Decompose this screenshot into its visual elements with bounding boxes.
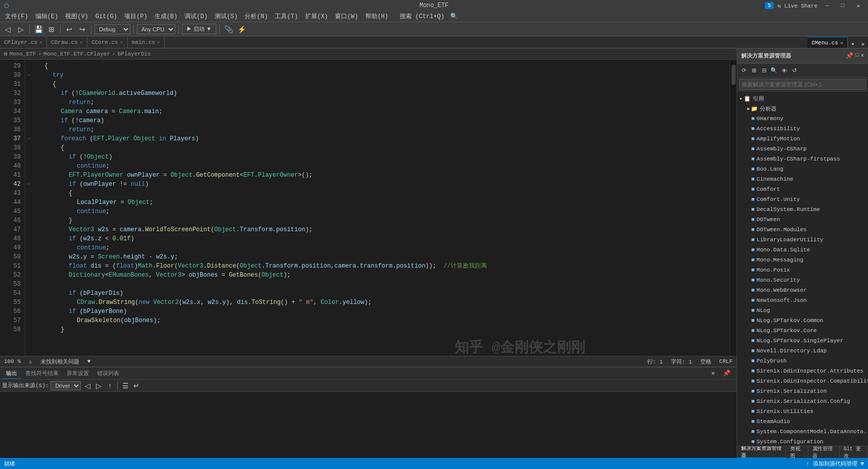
tree-sirenix-serial[interactable]: ■ Sirenix.Serialization xyxy=(737,386,868,396)
ci-30[interactable]: − xyxy=(25,71,32,80)
debug-config-dropdown[interactable]: Debug Release xyxy=(94,24,130,34)
tree-mono-posix[interactable]: ■ Mono.Posix xyxy=(737,265,868,275)
code-minimap[interactable] xyxy=(730,60,737,356)
menu-file[interactable]: 文件(F) xyxy=(2,11,31,22)
tree-0harmony[interactable]: ■ 0Harmony xyxy=(737,114,868,124)
search-input[interactable] xyxy=(739,79,866,90)
tree-steamaudio[interactable]: ■ SteamAudio xyxy=(737,416,868,427)
tree-amplifymotion[interactable]: ■ AmplifyMotion xyxy=(737,134,868,144)
menu-edit[interactable]: 编辑(E) xyxy=(32,11,62,22)
tree-polybrush[interactable]: ■ Polybrush xyxy=(737,356,868,366)
tab-solution-explorer[interactable]: 解决方案资源管理器 xyxy=(737,446,786,458)
tree-nlog[interactable]: ■ NLog xyxy=(737,305,868,316)
tree-assembly-csharp[interactable]: ■ Assembly-CSharp xyxy=(737,144,868,154)
tab-cdraw-close[interactable]: ✕ xyxy=(80,39,83,45)
tab-overflow-btn[interactable]: ▾ xyxy=(848,40,858,48)
menu-window[interactable]: 窗口(W) xyxy=(332,11,361,22)
output-tab-exception[interactable]: 异常设置 xyxy=(63,369,93,378)
tree-nlog-single[interactable]: ■ NLog.SPTarkov.SinglePlayer xyxy=(737,336,868,346)
menu-search[interactable]: 搜索 (Ctrl+Q) xyxy=(397,11,448,22)
expand-btn[interactable]: ⊞ xyxy=(749,66,758,75)
tab-cmenu[interactable]: CMenu.cs ✕ xyxy=(807,37,848,48)
tab-main[interactable]: main.cs ✕ xyxy=(128,37,165,48)
output-btn-1[interactable]: ◁ xyxy=(83,381,92,390)
tree-libloader[interactable]: ■ LibraryLoaderUtility xyxy=(737,235,868,245)
tab-cplayer[interactable]: CPlayer.cs ✕ xyxy=(0,37,47,48)
live-share-btn[interactable]: ⇆ Live Share xyxy=(778,3,817,9)
close-panel-btn[interactable]: ✕ xyxy=(860,52,864,60)
menu-debug[interactable]: 调试(D) xyxy=(181,11,211,22)
filter-tree-btn[interactable]: 🔍 xyxy=(769,66,779,75)
maximize-btn[interactable]: □ xyxy=(837,3,849,9)
output-pin-btn[interactable]: 📌 xyxy=(719,370,735,377)
notification-count[interactable]: 5 xyxy=(765,2,774,9)
menu-git[interactable]: Git(G) xyxy=(92,12,120,21)
tree-mono-webbrowser[interactable]: ■ Mono.WebBrowser xyxy=(737,285,868,295)
tab-cplayer-close[interactable]: ✕ xyxy=(39,39,42,45)
tree-comfort[interactable]: ■ Comfort xyxy=(737,184,868,194)
tree-dotween-modules[interactable]: ■ DOTween.Modules xyxy=(737,225,868,235)
tree-system-config[interactable]: ■ System.Configuration xyxy=(737,437,868,446)
filter-icon[interactable]: ▼ xyxy=(87,358,91,364)
tree-root[interactable]: ▾ 📋 引用 xyxy=(737,93,868,103)
cpu-dropdown[interactable]: Any CPU xyxy=(137,24,175,34)
tree-sirenix-util[interactable]: ■ Sirenix.Utilities xyxy=(737,406,868,416)
tab-property-manager[interactable]: 属性管理器 xyxy=(808,446,840,458)
save-all-btn[interactable]: ⊞ xyxy=(46,24,57,35)
tree-cinemachine[interactable]: ■ Cinemachine xyxy=(737,174,868,184)
tree-newtonsoft[interactable]: ■ Newtonsoft.Json xyxy=(737,295,868,305)
preview-btn[interactable]: 👁 xyxy=(780,66,789,75)
menu-test[interactable]: 测试(S) xyxy=(212,11,241,22)
tab-cdraw[interactable]: CDraw.cs ✕ xyxy=(47,37,87,48)
refresh-btn[interactable]: ↺ xyxy=(790,66,799,75)
forward-btn[interactable]: ▷ xyxy=(15,24,26,35)
output-tab-output[interactable]: 输出 xyxy=(2,369,21,379)
tree-dotween[interactable]: ■ DOTween xyxy=(737,215,868,225)
menu-analyze[interactable]: 分析(N) xyxy=(242,11,271,22)
tab-cmenu-close[interactable]: ✕ xyxy=(840,40,843,46)
start-btn[interactable]: ▶ 启动 ▼ xyxy=(182,24,216,34)
breadcrumb-namespace[interactable]: Mono_ETF.ETF.CPlayer xyxy=(43,51,110,57)
tree-decal[interactable]: ■ DecalSystem.Runtime xyxy=(737,204,868,215)
tree-accessibility[interactable]: ■ Accessibility xyxy=(737,124,868,134)
tab-git-changes[interactable]: Git 更改 xyxy=(840,446,868,458)
menu-extensions[interactable]: 扩展(X) xyxy=(302,11,331,22)
output-wrap-btn[interactable]: ↵ xyxy=(132,381,141,390)
tree-novell[interactable]: ■ Novell.Directory.Ldap xyxy=(737,346,868,356)
tab-class-view[interactable]: 类视图 xyxy=(786,446,808,458)
breadcrumb-project[interactable]: Mono_ETF xyxy=(10,51,36,57)
tree-comfort-unity[interactable]: ■ Comfort.Unity xyxy=(737,194,868,204)
redo-btn[interactable]: ↪ xyxy=(77,24,88,35)
code-content[interactable]: { try { if (!CGameWorld.activeGameworld)… xyxy=(32,60,730,356)
pin-btn[interactable]: 📌 xyxy=(846,52,853,60)
tree-mono-sqlite[interactable]: ■ Mono.Data.Sqlite xyxy=(737,245,868,255)
output-tab-find[interactable]: 查找符号结果 xyxy=(21,369,63,378)
zoom-level[interactable]: 100 % xyxy=(4,358,21,364)
tree-mono-messaging[interactable]: ■ Mono.Messaging xyxy=(737,255,868,265)
close-btn[interactable]: ✕ xyxy=(852,3,864,9)
back-btn[interactable]: ◁ xyxy=(2,24,13,35)
tab-ccore-close[interactable]: ✕ xyxy=(120,39,123,45)
menu-view[interactable]: 视图(V) xyxy=(62,11,91,22)
tree-analyzer[interactable]: ▶ 📁 分析器 xyxy=(737,103,868,114)
ci-42[interactable]: − xyxy=(25,180,32,189)
undo-btn[interactable]: ↩ xyxy=(64,24,75,35)
output-tab-errors[interactable]: 错误列表 xyxy=(93,369,123,378)
tree-nlog-common[interactable]: ■ NLog.SPTarkov.Common xyxy=(737,316,868,326)
output-close-btn[interactable]: ✕ xyxy=(707,370,719,377)
tab-main-close[interactable]: ✕ xyxy=(157,39,160,45)
tree-nlog-core[interactable]: ■ NLog.SPTarkov.Core xyxy=(737,326,868,336)
menu-project[interactable]: 项目(P) xyxy=(121,11,151,22)
menu-help[interactable]: 帮助(H) xyxy=(362,11,392,22)
menu-tools[interactable]: 工具(T) xyxy=(272,11,301,22)
tree-sirenix-attr[interactable]: ■ Sirenix.OdinInspector.Attributes xyxy=(737,366,868,376)
tree-sirenix-compat[interactable]: ■ Sirenix.OdinInspector.CompatibilityLay… xyxy=(737,376,868,386)
attach-btn[interactable]: 📎 xyxy=(223,24,234,35)
tree-mono-security[interactable]: ■ Mono.Security xyxy=(737,275,868,285)
collapse-all-btn[interactable]: ⊟ xyxy=(759,66,768,75)
close-all-tabs-btn[interactable]: ✕ xyxy=(858,40,868,48)
breadcrumb-member[interactable]: bPlayerDis xyxy=(118,51,151,57)
menu-build[interactable]: 生成(B) xyxy=(152,11,181,22)
ci-37[interactable]: − xyxy=(25,134,32,143)
save-btn[interactable]: 💾 xyxy=(33,24,44,35)
